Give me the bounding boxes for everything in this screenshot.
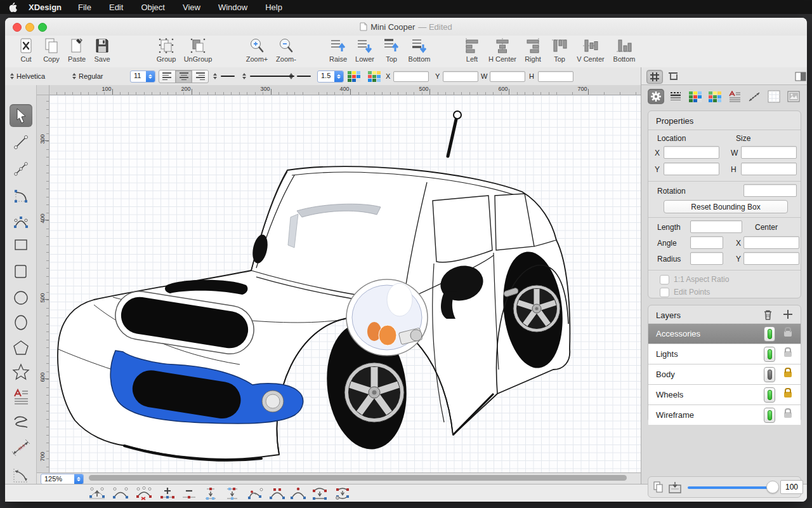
- angle-input[interactable]: [690, 236, 723, 249]
- tool-text[interactable]: [10, 385, 32, 408]
- tab-fill-muted[interactable]: [687, 89, 704, 104]
- tab-canvas[interactable]: [766, 89, 782, 104]
- tool-linear-dimension[interactable]: 99.9: [10, 436, 32, 459]
- layer-visibility-toggle[interactable]: [764, 367, 775, 382]
- tool-ellipse[interactable]: [10, 311, 32, 334]
- stroke-color-palette[interactable]: [348, 67, 360, 85]
- zoom-level-select[interactable]: 125%: [41, 474, 82, 483]
- swap-points-button[interactable]: [223, 486, 242, 500]
- smooth-point-button[interactable]: [289, 486, 308, 500]
- menu-help[interactable]: Help: [265, 3, 282, 12]
- zoom-in-button[interactable]: Zoom+: [242, 36, 272, 67]
- align-text-center-button[interactable]: [175, 70, 192, 83]
- lock-icon[interactable]: [784, 412, 792, 418]
- align-hcenter-button[interactable]: H Center: [485, 36, 520, 67]
- tool-rectangle[interactable]: [10, 233, 32, 256]
- center-y-input[interactable]: [743, 252, 799, 265]
- lock-icon[interactable]: [784, 351, 792, 357]
- font-family-value[interactable]: Helvetica: [16, 67, 45, 85]
- stroke-width-stepper[interactable]: [334, 71, 343, 82]
- menu-file[interactable]: File: [78, 3, 91, 12]
- raise-button[interactable]: Raise: [325, 36, 351, 67]
- tool-angular-dimension[interactable]: [10, 464, 32, 486]
- h-coord-input[interactable]: [538, 71, 573, 82]
- mini-cooper-drawing[interactable]: [49, 95, 641, 472]
- zoom-out-button[interactable]: Zoom-: [272, 36, 301, 67]
- move-point-down-button[interactable]: [201, 486, 220, 500]
- tab-fill-bright[interactable]: [707, 89, 723, 104]
- duplicate-layer-button[interactable]: [653, 481, 664, 496]
- menu-view[interactable]: View: [183, 3, 200, 12]
- close-path-button[interactable]: [333, 486, 352, 500]
- tab-dimension[interactable]: [746, 89, 763, 104]
- paste-button[interactable]: Paste: [64, 36, 89, 67]
- font-family-stepper[interactable]: [9, 67, 15, 85]
- add-point-button[interactable]: [158, 486, 177, 500]
- zoom-level-stepper[interactable]: [74, 474, 83, 484]
- menu-object[interactable]: Object: [141, 3, 165, 12]
- tool-circle[interactable]: [10, 286, 32, 309]
- opacity-value-field[interactable]: [780, 480, 803, 494]
- sidebar-toggle-button[interactable]: [794, 70, 808, 83]
- prop-x-input[interactable]: [664, 146, 719, 159]
- prop-h-input[interactable]: [741, 163, 797, 175]
- lock-icon[interactable]: [784, 371, 792, 377]
- drawing-canvas[interactable]: [49, 95, 641, 472]
- ungroup-button[interactable]: UnGroup: [181, 36, 214, 67]
- to-bottom-button[interactable]: Bottom: [405, 36, 434, 67]
- merge-down-button[interactable]: [669, 481, 681, 496]
- layer-visibility-toggle[interactable]: [764, 387, 775, 403]
- rotation-input[interactable]: [743, 184, 797, 197]
- tool-freehand[interactable]: [10, 411, 32, 434]
- align-vcenter-button[interactable]: V Center: [573, 36, 608, 67]
- tool-polygon[interactable]: [10, 336, 32, 359]
- y-coord-input[interactable]: [443, 71, 478, 82]
- reset-bounding-box-button[interactable]: Reset Bounding Box: [664, 200, 788, 213]
- line-style-stepper[interactable]: [241, 67, 247, 85]
- layer-row[interactable]: Wireframe: [648, 404, 801, 425]
- opacity-slider-knob[interactable]: [766, 481, 779, 493]
- curve-segment-button[interactable]: [111, 486, 130, 500]
- align-text-left-button[interactable]: [159, 70, 176, 83]
- prop-y-input[interactable]: [664, 163, 719, 175]
- align-bottom-button[interactable]: Bottom: [608, 36, 640, 67]
- headlight[interactable]: [346, 279, 428, 356]
- menu-edit[interactable]: Edit: [109, 3, 123, 12]
- lock-icon[interactable]: [784, 392, 792, 398]
- layer-visibility-toggle[interactable]: [764, 326, 775, 342]
- group-button[interactable]: Group: [151, 36, 181, 67]
- prop-w-input[interactable]: [741, 146, 797, 159]
- snap-toggle-button[interactable]: [665, 70, 681, 83]
- x-coord-input[interactable]: [393, 71, 429, 82]
- font-size-select[interactable]: 11: [130, 67, 155, 85]
- tool-rounded-rectangle[interactable]: [10, 260, 32, 283]
- collapse-segment-button[interactable]: [310, 486, 329, 500]
- remove-point-button[interactable]: [180, 486, 199, 500]
- delete-curve-point-button[interactable]: [134, 486, 154, 500]
- opacity-slider[interactable]: [688, 486, 776, 489]
- menu-window[interactable]: Window: [218, 3, 247, 12]
- corner-point-button[interactable]: [268, 486, 287, 500]
- apple-menu[interactable]: [9, 3, 17, 12]
- to-top-button[interactable]: Top: [378, 36, 405, 67]
- layer-row[interactable]: Wheels: [648, 384, 801, 404]
- tangent-handle-button[interactable]: [246, 486, 265, 500]
- arrow-start-stepper[interactable]: [212, 67, 218, 85]
- layer-row[interactable]: Lights: [648, 344, 801, 364]
- cut-button[interactable]: Cut: [13, 36, 39, 67]
- convert-point-button[interactable]: [88, 486, 107, 500]
- layer-visibility-toggle[interactable]: [764, 347, 775, 362]
- layer-row[interactable]: Body: [648, 364, 801, 384]
- font-style-value[interactable]: Regular: [79, 67, 103, 85]
- align-top-button[interactable]: Top: [546, 36, 573, 67]
- tab-image[interactable]: [785, 89, 802, 104]
- tab-properties[interactable]: [648, 89, 664, 104]
- lower-button[interactable]: Lower: [351, 36, 378, 67]
- tab-stroke[interactable]: [667, 89, 684, 104]
- arrow-end-stepper[interactable]: [288, 67, 294, 85]
- stroke-width-select[interactable]: 1.5: [317, 67, 344, 85]
- tool-curve[interactable]: [10, 211, 32, 234]
- length-input[interactable]: [690, 220, 742, 233]
- tool-polyline[interactable]: [10, 157, 32, 180]
- layer-visibility-toggle[interactable]: [764, 408, 775, 423]
